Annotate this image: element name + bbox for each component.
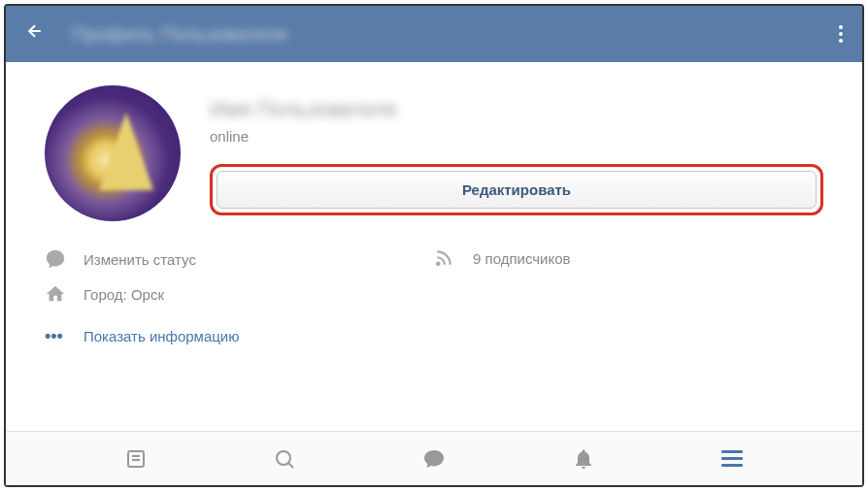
avatar[interactable] [45,85,181,221]
show-more-row[interactable]: ••• Показать информацию [45,326,823,346]
city-row: Город: Орск [45,283,434,305]
ellipsis-icon: ••• [45,326,83,346]
svg-point-0 [437,263,440,266]
username: Имя Пользователя [210,97,823,122]
header-title: Профиль Пользователя [72,23,839,46]
profile-content: Имя Пользователя online Редактировать Из… [6,62,862,431]
change-status-row[interactable]: Изменить статус [45,248,434,270]
chat-icon [45,248,83,270]
nav-notifications-icon[interactable] [564,440,603,478]
show-more-link: Показать информацию [83,328,240,344]
change-status-label: Изменить статус [83,251,196,268]
edit-button[interactable]: Редактировать [217,171,817,209]
home-icon [45,283,83,305]
more-menu-icon[interactable] [839,25,843,43]
profile-main: Имя Пользователя online Редактировать [210,85,823,221]
city-label: Город: Орск [83,286,164,303]
svg-line-5 [288,463,293,468]
followers-row[interactable]: 9 подписчиков [434,248,823,268]
svg-point-4 [277,451,290,465]
edit-button-highlight: Редактировать [210,164,823,215]
nav-search-icon[interactable] [265,440,304,478]
back-arrow-icon[interactable] [25,21,45,47]
bottom-nav [6,431,862,485]
online-status: online [210,128,823,145]
profile-row: Имя Пользователя online Редактировать [45,85,823,221]
followers-label: 9 подписчиков [473,250,570,267]
nav-feed-icon[interactable] [117,440,155,478]
rss-icon [434,248,473,268]
header-bar: Профиль Пользователя [6,6,862,62]
nav-messages-icon[interactable] [415,440,453,478]
nav-menu-icon[interactable] [713,440,751,478]
